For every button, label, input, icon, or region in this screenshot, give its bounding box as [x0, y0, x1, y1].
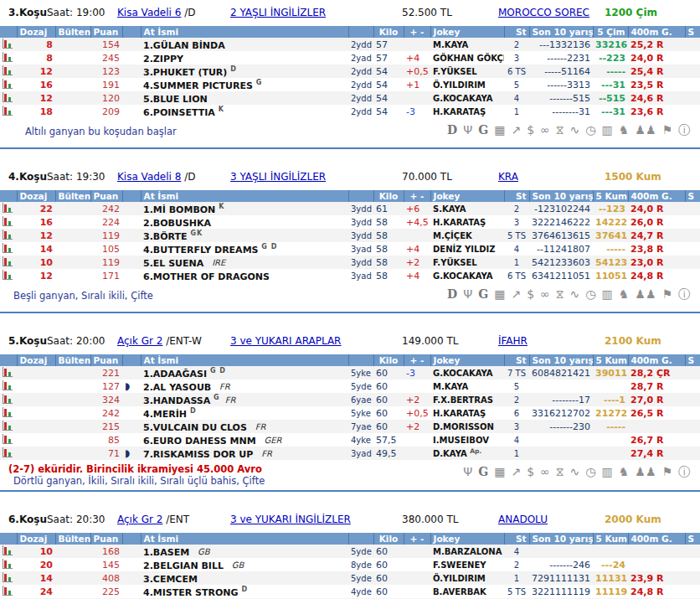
horse-icon[interactable]: ♞	[619, 464, 630, 479]
chart-icon[interactable]	[3, 92, 13, 102]
race-group-link[interactable]: 2 YAŞLI İNGİLİZLER	[205, 7, 402, 18]
stable-cell	[122, 51, 141, 65]
race-class-link[interactable]: Kisa Vadeli 8 /D	[117, 171, 205, 183]
g-icon[interactable]: G	[478, 464, 488, 479]
chart-icon[interactable]	[3, 380, 13, 390]
dozaj-value: 12	[17, 65, 55, 78]
info-icon[interactable]: ⓘ	[678, 287, 690, 302]
chart-icon[interactable]	[3, 65, 13, 75]
trophy-icon[interactable]: Ψ	[463, 122, 472, 137]
hourglass-icon[interactable]: ⧖	[556, 287, 564, 302]
country-code: IRE	[212, 258, 225, 267]
hourglass-icon[interactable]: ⧖	[556, 122, 564, 137]
chart-icon[interactable]	[3, 394, 13, 404]
trophy-icon[interactable]: Ψ	[463, 287, 472, 302]
trophy-icon[interactable]: Ψ	[463, 464, 472, 479]
race-track-link[interactable]: İFAHR	[498, 335, 605, 347]
calculator-icon[interactable]: ▥	[602, 464, 613, 479]
bulten-value	[55, 585, 90, 598]
info-icon[interactable]: ⓘ	[678, 122, 690, 137]
chart-icon[interactable]	[3, 256, 13, 266]
chart-icon[interactable]	[3, 545, 13, 555]
chart-icon[interactable]	[3, 230, 13, 240]
money-icon[interactable]: $	[527, 287, 534, 302]
chart-icon[interactable]	[3, 216, 13, 226]
spectators-icon[interactable]: ♟♟	[635, 122, 656, 137]
chart-icon[interactable]	[3, 203, 13, 213]
performance-icon[interactable]: ↗	[511, 287, 521, 302]
horse-row: 127 ◗ 2.AL YASOUB FR 5yde 60 M.KAYA 5 28…	[0, 380, 700, 393]
horse-icon[interactable]: ♞	[619, 287, 630, 302]
chart-icon[interactable]	[3, 572, 13, 582]
form-guide-icon[interactable]: ▦	[494, 122, 505, 137]
finish-flag-icon[interactable]: ⚑	[661, 287, 672, 302]
g400-value: 23,8 R	[628, 242, 685, 256]
race-group-link[interactable]: 3 YAŞLI İNGİLİZLER	[205, 171, 402, 183]
age-group: 5yke	[348, 406, 373, 420]
g-icon[interactable]: G	[478, 287, 488, 302]
stopwatch-icon[interactable]: ◷	[585, 287, 595, 302]
chart-icon[interactable]	[3, 421, 13, 431]
d-icon[interactable]: D	[447, 287, 457, 302]
race-group-link[interactable]: 3 ve YUKARI İNGİLİZLER	[205, 514, 402, 525]
kilo-value: 60	[373, 380, 404, 393]
binoculars-icon[interactable]: ∞	[540, 464, 550, 479]
race-track-link[interactable]: KRA	[498, 171, 605, 183]
graph-icon[interactable]: ∿	[570, 464, 580, 479]
performance-icon[interactable]: ↗	[511, 464, 521, 479]
chart-icon[interactable]	[3, 407, 13, 417]
chart-icon[interactable]	[3, 270, 13, 280]
g-icon[interactable]: G	[478, 122, 488, 137]
race-class-link[interactable]: Kisa Vadeli 6 /D	[117, 7, 205, 18]
chart-icon[interactable]	[3, 52, 13, 62]
weight-diff	[404, 433, 430, 447]
race-track-link[interactable]: MOROCCO SOREC	[498, 7, 605, 18]
chart-icon[interactable]	[3, 39, 13, 49]
hourglass-icon[interactable]: ⧖	[556, 464, 564, 479]
info-icon[interactable]: ⓘ	[678, 464, 690, 479]
horse-row: 221 1.ADAAĞASI G D 5yke 60 -3 G.KOCAKAYA…	[0, 366, 700, 380]
form-guide-icon[interactable]: ▦	[494, 464, 505, 479]
chart-icon[interactable]	[3, 559, 13, 569]
race-class-link[interactable]: Açık Gr 2 /ENT-W	[117, 335, 205, 347]
finish-flag-icon[interactable]: ⚑	[661, 122, 672, 137]
chart-icon[interactable]	[3, 586, 13, 596]
d-icon[interactable]: D	[447, 122, 457, 137]
money-icon[interactable]: $	[527, 464, 534, 479]
race-class-link[interactable]: Açık Gr 2 /ENT	[117, 514, 205, 525]
stopwatch-icon[interactable]: ◷	[585, 122, 595, 137]
race-prize: 52.500 TL	[402, 7, 498, 18]
money-icon[interactable]: $	[527, 122, 534, 137]
race-track-link[interactable]: ANADOLU	[498, 514, 605, 525]
horse-name: 1.Mİ BOMBON	[143, 204, 215, 214]
race-header: 4.Koşu Saat: 19:30 Kisa Vadeli 8 /D 3 YA…	[0, 171, 700, 188]
jockey-name: G.KOCAKAYA	[430, 269, 504, 282]
kilo-value: 57	[373, 51, 404, 65]
bulten-value	[55, 105, 90, 118]
puan-value: 127	[90, 380, 122, 393]
chart-icon[interactable]	[3, 367, 13, 377]
chart-icon[interactable]	[3, 447, 13, 457]
horse-name-cell: 2.BELGIAN BILL GB	[141, 558, 348, 571]
spectators-icon[interactable]: ♟♟	[635, 287, 656, 302]
form-guide-icon[interactable]: ▦	[494, 287, 505, 302]
chart-icon[interactable]	[3, 106, 13, 116]
horse-icon[interactable]: ♞	[619, 122, 630, 137]
finish-flag-icon[interactable]: ⚑	[661, 464, 672, 479]
chart-icon[interactable]	[3, 243, 13, 253]
calculator-icon[interactable]: ▥	[602, 122, 613, 137]
performance-icon[interactable]: ↗	[511, 122, 521, 137]
s-value	[685, 242, 700, 256]
s-value	[685, 433, 700, 447]
stopwatch-icon[interactable]: ◷	[585, 464, 595, 479]
graph-icon[interactable]: ∿	[570, 287, 580, 302]
binoculars-icon[interactable]: ∞	[540, 287, 550, 302]
chart-icon[interactable]	[3, 79, 13, 89]
graph-icon[interactable]: ∿	[570, 122, 580, 137]
binoculars-icon[interactable]: ∞	[540, 122, 550, 137]
chart-icon[interactable]	[3, 434, 13, 444]
spectators-icon[interactable]: ♟♟	[635, 464, 656, 479]
bulten-value	[55, 229, 90, 242]
race-group-link[interactable]: 3 ve YUKARI ARAPLAR	[205, 335, 402, 347]
calculator-icon[interactable]: ▥	[602, 287, 613, 302]
